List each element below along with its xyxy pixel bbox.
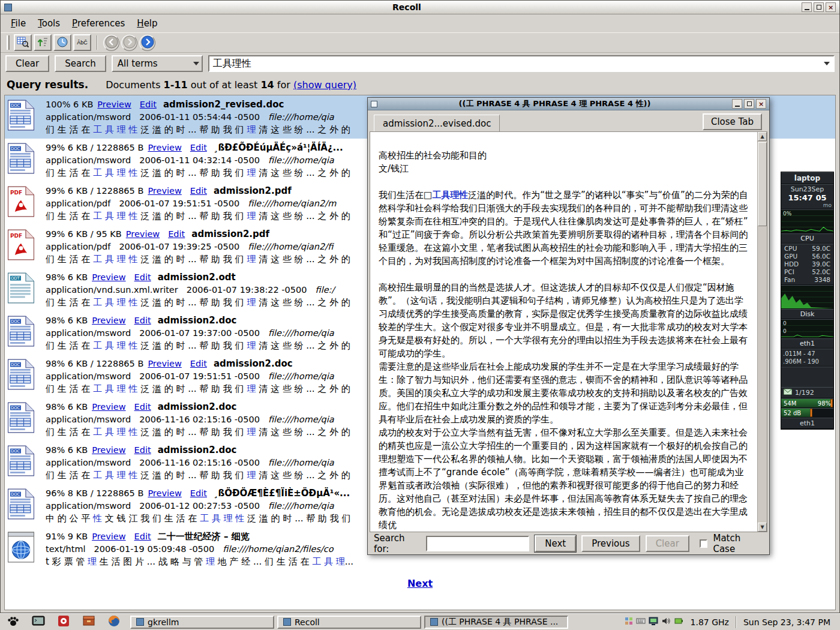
- paw-launcher-icon: [7, 614, 20, 629]
- pdf-file-icon: PDF: [7, 185, 37, 222]
- task-button[interactable]: Recoll: [277, 616, 421, 629]
- scrollbar-thumb[interactable]: [758, 142, 767, 226]
- firefox-launcher-button[interactable]: [107, 615, 121, 629]
- nav-go-button[interactable]: [139, 35, 155, 51]
- media-launcher-button[interactable]: [56, 615, 71, 629]
- menu-help[interactable]: Help: [131, 17, 163, 30]
- preview-link[interactable]: Preview: [148, 359, 181, 368]
- svg-text:PDF: PDF: [10, 190, 22, 196]
- scroll-up-icon[interactable]: ▲: [758, 132, 767, 141]
- edit-link[interactable]: Edit: [190, 359, 207, 368]
- preview-link[interactable]: Preview: [148, 488, 181, 498]
- preview-link[interactable]: Preview: [126, 229, 160, 239]
- minimize-icon[interactable]: [802, 2, 812, 12]
- close-icon[interactable]: ×: [826, 2, 836, 12]
- history-button[interactable]: [53, 34, 71, 51]
- task-button[interactable]: ((工 PHRASE 4 具 PHRASE ...: [424, 616, 568, 629]
- gkrellm-memory-meter[interactable]: 54M 98%: [781, 398, 833, 408]
- snippet-text: 清 这 些 纷 ... 之 外 的: [256, 340, 350, 351]
- highlighted-term: 理: [247, 167, 256, 178]
- query-input[interactable]: 工具理性: [208, 55, 835, 72]
- volume-value: 52 dB: [784, 410, 801, 416]
- snippet-text: 中 的 公 平: [46, 513, 93, 524]
- paw-launcher-button[interactable]: [6, 615, 20, 629]
- tray-separator: [736, 616, 737, 628]
- maximize-icon[interactable]: [814, 2, 824, 12]
- chevron-down-icon[interactable]: [824, 62, 830, 68]
- preview-scrollbar[interactable]: ▲ ▼: [757, 132, 767, 532]
- edit-link[interactable]: Edit: [190, 186, 207, 196]
- edit-link[interactable]: Edit: [134, 532, 151, 541]
- clear-button[interactable]: Clear: [5, 55, 49, 72]
- volume-icon[interactable]: [661, 616, 671, 628]
- result-line-1: 100% 6 KBPreviewEditadmission2_revised.d…: [46, 98, 350, 111]
- taskbar-clock[interactable]: Sun Sep 23, 3:47 PM: [743, 617, 834, 627]
- preview-link[interactable]: Preview: [92, 445, 125, 455]
- find-label: Search for:: [374, 533, 421, 554]
- result-mime: application/pdf: [46, 242, 110, 251]
- gkrellm-volume-meter[interactable]: 52 dB: [781, 408, 833, 418]
- package-launcher-button[interactable]: [82, 615, 96, 629]
- gkrellm-panel[interactable]: laptop Sun23Sep 15:47 05 mo 0% CPU CPU59…: [781, 172, 834, 430]
- preview-link[interactable]: Preview: [92, 272, 125, 282]
- result-title: admission2.pdf: [214, 185, 292, 196]
- preview-link[interactable]: Preview: [92, 402, 125, 412]
- terminal-launcher-button[interactable]: [31, 615, 46, 629]
- close-tab-button[interactable]: Close Tab: [703, 113, 762, 130]
- toolbar-grip[interactable]: [7, 35, 10, 50]
- next-page-link[interactable]: Next: [407, 578, 433, 589]
- edit-link[interactable]: Edit: [190, 488, 207, 498]
- show-query-link[interactable]: (show query): [293, 79, 356, 91]
- menu-tools[interactable]: Tools: [32, 17, 65, 30]
- preview-link[interactable]: Preview: [92, 316, 125, 325]
- preview-link[interactable]: Preview: [148, 143, 181, 152]
- disk-chart-graph: [781, 320, 833, 338]
- edit-link[interactable]: Edit: [134, 445, 151, 455]
- menu-file[interactable]: File: [5, 17, 31, 30]
- edit-link[interactable]: Edit: [134, 272, 151, 282]
- snippet-text: 清 这 些 纷 ... 之 外 的: [256, 297, 350, 308]
- preview-link[interactable]: Preview: [97, 100, 131, 109]
- find-next-button[interactable]: Next: [535, 535, 576, 552]
- result-rank-size: 98% 6 KB: [46, 402, 88, 412]
- preview-link[interactable]: Preview: [148, 186, 181, 196]
- result-title: admission2.doc: [158, 315, 237, 326]
- preview-tab[interactable]: admission2...evised.doc: [374, 115, 500, 131]
- toolbar-buttons: ÂbĈ: [14, 34, 155, 51]
- scroll-down-icon[interactable]: ▼: [758, 523, 767, 532]
- result-rank-size: 96% 8 KB / 1228865 B: [46, 488, 143, 498]
- preview-title-bar[interactable]: ((工 PHRASE 4 具 PHRASE 4 理 PHRASE 4 性)) ×: [368, 98, 769, 110]
- edit-link[interactable]: Edit: [134, 316, 151, 325]
- edit-link[interactable]: Edit: [134, 402, 151, 412]
- spell-abc-icon: ÂbĈ: [77, 40, 88, 46]
- query-table-button[interactable]: [14, 34, 32, 51]
- gkrellm-cpu-label: CPU: [781, 233, 833, 244]
- preview-link[interactable]: Preview: [92, 532, 125, 541]
- sort-button[interactable]: [34, 34, 52, 51]
- search-button[interactable]: Search: [55, 55, 106, 72]
- spell-abc-button[interactable]: ÂbĈ: [73, 34, 91, 51]
- menu-preferences[interactable]: Preferences: [67, 17, 130, 30]
- edit-link[interactable]: Edit: [190, 143, 207, 152]
- preview-content[interactable]: 高校招生的社会功能和目的文/钱江我们生活在□工具理性泛滥的时代。作为“世之显学”…: [370, 131, 767, 532]
- sort-icon: [37, 36, 49, 49]
- find-clear-button[interactable]: Clear: [646, 535, 689, 552]
- match-case-checkbox[interactable]: [700, 539, 708, 548]
- task-button[interactable]: gkrellm: [130, 616, 274, 629]
- nav-back-button[interactable]: [103, 35, 119, 51]
- close-icon[interactable]: ×: [756, 99, 766, 109]
- search-mode-select[interactable]: All terms: [112, 55, 203, 72]
- maximize-icon[interactable]: [744, 99, 754, 109]
- highlighted-term: 工具理性: [432, 190, 468, 200]
- find-input[interactable]: [426, 536, 529, 551]
- edit-link[interactable]: Edit: [140, 100, 157, 109]
- edit-link[interactable]: Edit: [168, 229, 185, 239]
- find-previous-button[interactable]: Previous: [581, 535, 640, 552]
- title-bar[interactable]: Recoll ×: [1, 1, 839, 14]
- nav-forward-button[interactable]: [121, 35, 137, 51]
- minimize-icon[interactable]: [732, 99, 742, 109]
- result-details: 91% 9 KBPreviewEdit二十一世纪经济 – 细览text/html…: [46, 530, 353, 568]
- result-url: file:///home/qia: [268, 501, 334, 511]
- result-date: 2006-01-07 19:38:22 -0500: [187, 285, 307, 295]
- result-line-1: 96% 8 KB / 1228865 BPreviewEdit¸ßÖÐÖÆ¶È£…: [46, 487, 351, 500]
